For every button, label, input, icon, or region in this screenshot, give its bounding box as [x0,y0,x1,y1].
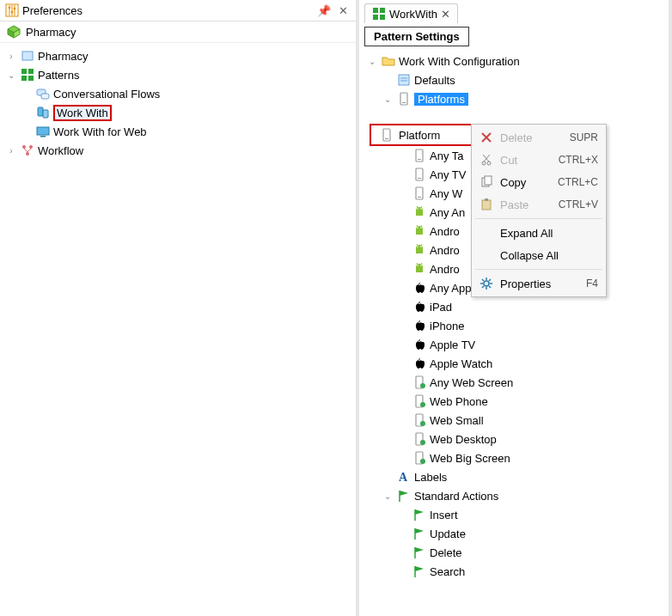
tree-item-label: Standard Actions [414,490,498,503]
svg-line-92 [482,279,484,281]
tree-item-label: Conversational Flows [53,88,160,101]
svg-rect-18 [43,110,48,118]
preferences-icon [5,3,19,17]
tree-item-label: Patterns [38,69,79,82]
tree-item[interactable]: ⌄Platforms [363,89,665,108]
chevron-down-icon[interactable]: ⌄ [5,70,17,80]
chevron-right-icon[interactable]: › [5,146,17,156]
chevron-down-icon[interactable]: ⌄ [366,57,378,66]
tree-item[interactable]: ⌄Work With Configuration [363,52,665,70]
svg-line-49 [417,225,418,227]
module-icon [21,49,34,63]
tree-item[interactable]: ›Pharmacy [2,46,354,65]
pin-icon[interactable]: 📌 [316,4,332,17]
chevron-down-icon[interactable]: ⌄ [382,491,394,501]
tree-item-label: Workflow [38,144,83,157]
workflow-icon [21,143,34,157]
menu-item-label: Expand All [500,227,598,240]
device-icon [412,149,426,162]
tree-item-label: Labels [414,471,447,484]
menu-separator [475,218,602,219]
blank-icon [480,226,493,240]
menu-item[interactable]: CopyCTRL+C [473,171,604,193]
chevron-down-icon[interactable]: ⌄ [382,95,394,104]
tree-item[interactable]: Apple Watch [363,354,665,373]
flag-icon [412,527,426,540]
tree-item-label: Andro [430,244,460,257]
menu-item[interactable]: Collapse All [473,244,604,266]
svg-rect-76 [385,138,388,139]
kb-icon [7,25,21,39]
tree-item-label: Pharmacy [38,50,89,63]
tree-item-label: Web Small [430,414,484,427]
tree-item[interactable]: Search [363,562,665,581]
flow-icon [36,87,50,101]
svg-point-5 [11,11,14,14]
tree-item[interactable]: Defaults [363,70,665,89]
tree-item-label: Any Web Screen [430,376,513,389]
tree-item-label: Update [430,528,466,540]
tree-item[interactable]: Work With [2,103,354,122]
kb-header: Pharmacy [0,21,356,43]
tree-item[interactable]: Work With for Web [2,122,354,141]
tab-workwith[interactable]: WorkWith ✕ [364,3,458,23]
tree-item[interactable]: ⌄Patterns [2,65,354,84]
svg-line-58 [421,263,422,265]
tree-item-label: Apple TV [430,338,475,351]
tree-item[interactable]: Delete [363,543,665,562]
blank-icon [480,248,493,262]
tree-item[interactable]: iPhone [363,316,665,335]
tree-item-label: Andro [430,225,460,238]
tree-item[interactable]: Insert [363,505,665,524]
menu-item-label: Collapse All [500,249,598,262]
svg-point-51 [417,246,418,247]
android-icon [412,262,426,276]
tree-item[interactable]: ALabels [363,467,665,486]
apple-icon [412,300,426,314]
svg-point-44 [420,208,422,210]
gear-icon [480,277,493,290]
tree-item[interactable]: Apple TV [363,335,665,354]
svg-text:A: A [399,471,408,484]
tree-item[interactable]: ⌄Standard Actions [363,486,665,505]
svg-line-81 [484,155,490,162]
menu-item: CutCTRL+X [473,149,604,171]
menu-item-label: Properties [500,278,579,290]
tab-close-icon[interactable]: ✕ [441,8,450,21]
delete-icon [480,131,493,144]
preferences-title: Preferences [22,4,313,17]
close-icon[interactable]: ✕ [335,4,351,17]
tree-item-label: Defaults [414,74,455,87]
tree-item[interactable]: Conversational Flows [2,84,354,103]
tree-item[interactable]: Web Phone [363,392,665,411]
device-icon [397,92,411,106]
flag-icon [412,564,426,578]
platform-item[interactable]: Platform [371,128,473,142]
android-icon [412,205,426,219]
tree-item[interactable]: iPad [363,297,665,316]
menu-item[interactable]: Expand All [473,222,604,244]
menu-item[interactable]: PropertiesF4 [473,272,604,295]
tree-item-label: Work With [53,105,112,121]
svg-line-54 [421,244,422,246]
tree-item[interactable]: Web Big Screen [363,448,665,467]
tree-item[interactable]: Web Small [363,411,665,430]
svg-line-93 [489,286,491,288]
tree-item[interactable]: Web Desktop [363,430,665,448]
svg-rect-40 [418,178,421,179]
tree-item[interactable]: Any Web Screen [363,373,665,392]
device-icon [412,186,426,200]
svg-line-95 [482,286,484,288]
chevron-right-icon[interactable]: › [5,52,17,61]
svg-point-60 [420,383,425,388]
menu-item-shortcut: CTRL+X [559,154,598,166]
defaults-icon [397,73,411,87]
svg-point-62 [420,402,425,407]
tree-item[interactable]: Update [363,524,665,543]
tree-item-label: Web Desktop [430,433,497,446]
device-icon [380,128,394,142]
svg-rect-13 [21,76,27,81]
menu-separator [475,269,602,270]
svg-point-48 [420,227,422,229]
tree-item[interactable]: ›Workflow [2,141,354,160]
